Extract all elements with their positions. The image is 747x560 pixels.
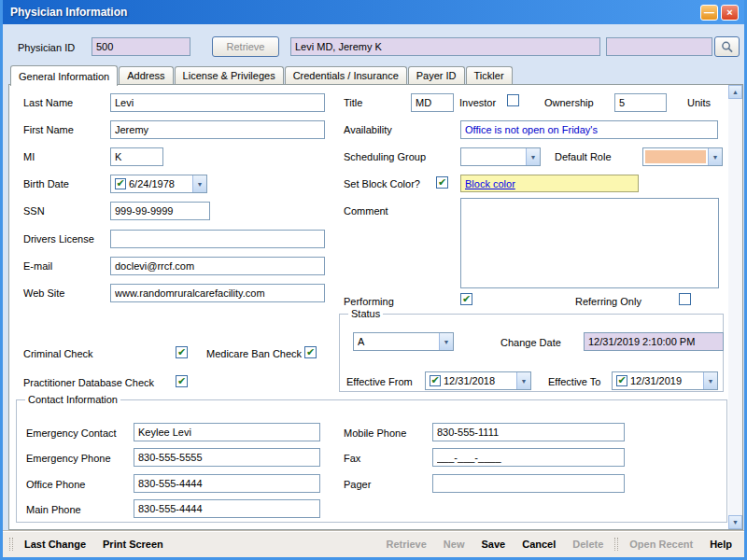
birth-date-picker[interactable]: ✔ 6/24/1978 ▼ — [110, 175, 207, 193]
minimize-button[interactable]: — — [700, 5, 718, 21]
drivers-license-field[interactable] — [110, 230, 325, 248]
web-site-field[interactable] — [110, 284, 325, 302]
tab-payer-id[interactable]: Payer ID — [408, 66, 465, 84]
title-label: Title — [344, 96, 362, 109]
chevron-down-icon[interactable]: ▼ — [439, 333, 453, 350]
physician-id-field[interactable] — [92, 37, 190, 56]
tab-label: Credentials / Insurance — [293, 70, 399, 81]
new-button[interactable]: New — [435, 539, 473, 550]
set-block-color-label: Set Block Color? — [344, 177, 420, 190]
status-dropdown[interactable]: A ▼ — [353, 332, 454, 351]
close-button[interactable]: × — [721, 5, 739, 21]
pager-field[interactable] — [432, 474, 625, 493]
ssn-field[interactable] — [110, 202, 210, 220]
effective-from-checkbox[interactable]: ✔ — [430, 375, 441, 386]
check-icon: ✔ — [306, 347, 315, 357]
toolbar-grip — [9, 538, 13, 551]
comment-field[interactable] — [460, 198, 719, 288]
tab-label: License & Privileges — [183, 70, 275, 81]
check-icon: ✔ — [177, 376, 186, 386]
search-button[interactable] — [714, 36, 740, 57]
scheduling-group-dropdown[interactable]: ▼ — [460, 147, 541, 166]
effective-to-checkbox[interactable]: ✔ — [616, 375, 627, 386]
email-field[interactable] — [110, 257, 325, 275]
default-role-dropdown[interactable]: ▼ — [642, 147, 723, 166]
performing-checkbox[interactable]: ✔ — [460, 293, 472, 305]
last-name-field[interactable] — [110, 93, 325, 112]
block-color-field: Block color — [460, 175, 639, 192]
tab-credentials-insurance[interactable]: Credentials / Insurance — [285, 66, 407, 84]
check-icon: ✔ — [462, 294, 471, 304]
effective-from-label: Effective From — [346, 375, 413, 388]
birth-date-value: 6/24/1978 — [129, 178, 192, 189]
close-icon: × — [726, 7, 732, 18]
effective-from-picker[interactable]: ✔ 12/31/2018 ▼ — [425, 371, 531, 390]
chevron-down-icon[interactable]: ▼ — [526, 148, 540, 165]
chevron-down-icon[interactable]: ▼ — [708, 148, 722, 165]
referring-only-checkbox[interactable] — [679, 293, 691, 305]
contact-information-legend: Contact Information — [25, 394, 120, 405]
investor-checkbox[interactable] — [507, 94, 519, 106]
ownership-label: Ownership — [544, 96, 594, 109]
check-icon: ✔ — [438, 177, 446, 188]
physician-id-label: Physician ID — [18, 41, 75, 54]
set-block-color-checkbox[interactable]: ✔ — [436, 176, 448, 189]
practitioner-database-check-checkbox[interactable]: ✔ — [176, 375, 188, 387]
last-change-button[interactable]: Last Change — [16, 539, 94, 550]
investor-label: Investor — [459, 96, 496, 109]
block-color-link[interactable]: Block color — [465, 178, 515, 189]
window-title: Physician Information — [10, 6, 127, 19]
mobile-phone-field[interactable] — [432, 423, 625, 441]
emergency-phone-field[interactable] — [134, 448, 320, 467]
cancel-button[interactable]: Cancel — [514, 539, 564, 550]
comment-label: Comment — [344, 204, 388, 217]
retrieve-footer-button[interactable]: Retrieve — [377, 539, 434, 550]
vertical-scrollbar[interactable]: ▲ ▼ — [728, 85, 742, 529]
first-name-field[interactable] — [110, 120, 325, 139]
physician-name-field[interactable] — [290, 37, 600, 56]
chevron-down-icon[interactable]: ▼ — [192, 175, 206, 192]
toolbar-grip — [614, 538, 618, 551]
chevron-down-icon[interactable]: ▼ — [516, 372, 530, 389]
footer-toolbar: Last Change Print Screen Retrieve New Sa… — [3, 530, 744, 557]
tab-tickler[interactable]: Tickler — [466, 66, 513, 84]
tab-general-information[interactable]: General Information — [10, 65, 118, 86]
check-icon: ✔ — [617, 375, 626, 385]
tab-bar: General Information Address License & Pr… — [10, 64, 513, 85]
tab-label: Tickler — [474, 70, 504, 81]
default-role-color-swatch — [645, 150, 706, 163]
emergency-phone-label: Emergency Phone — [26, 452, 111, 465]
main-phone-field[interactable] — [134, 499, 320, 518]
effective-to-picker[interactable]: ✔ 12/31/2019 ▼ — [612, 371, 718, 390]
retrieve-button[interactable]: Retrieve — [212, 36, 279, 57]
availability-field[interactable] — [460, 120, 718, 139]
fax-field[interactable] — [432, 448, 625, 467]
quick-search-field[interactable] — [606, 37, 712, 56]
chevron-down-icon[interactable]: ▼ — [703, 372, 717, 389]
delete-button[interactable]: Delete — [564, 539, 612, 550]
save-button[interactable]: Save — [472, 539, 514, 550]
birth-date-label: Birth Date — [23, 177, 69, 190]
tab-license-privileges[interactable]: License & Privileges — [175, 66, 284, 84]
tab-address[interactable]: Address — [119, 66, 173, 84]
office-phone-field[interactable] — [134, 474, 320, 493]
help-button[interactable]: Help — [701, 539, 740, 550]
web-site-label: Web Site — [23, 287, 64, 300]
emergency-contact-field[interactable] — [134, 423, 320, 441]
criminal-check-checkbox[interactable]: ✔ — [176, 346, 188, 358]
scroll-down-icon[interactable]: ▼ — [728, 515, 742, 529]
scroll-up-icon[interactable]: ▲ — [728, 85, 742, 99]
criminal-check-label: Criminal Check — [23, 347, 93, 360]
drivers-license-label: Drivers License — [23, 232, 94, 245]
birth-date-checkbox[interactable]: ✔ — [115, 178, 126, 189]
window-controls: — × — [700, 5, 739, 21]
pager-label: Pager — [344, 478, 371, 491]
ownership-field[interactable] — [614, 93, 667, 112]
medicare-ban-check-checkbox[interactable]: ✔ — [304, 346, 317, 358]
change-date-field[interactable] — [584, 332, 724, 351]
print-screen-button[interactable]: Print Screen — [94, 539, 172, 550]
title-field[interactable] — [411, 93, 454, 112]
tab-label: General Information — [19, 71, 109, 82]
open-recent-button[interactable]: Open Recent — [621, 539, 701, 550]
mi-field[interactable] — [110, 147, 163, 166]
